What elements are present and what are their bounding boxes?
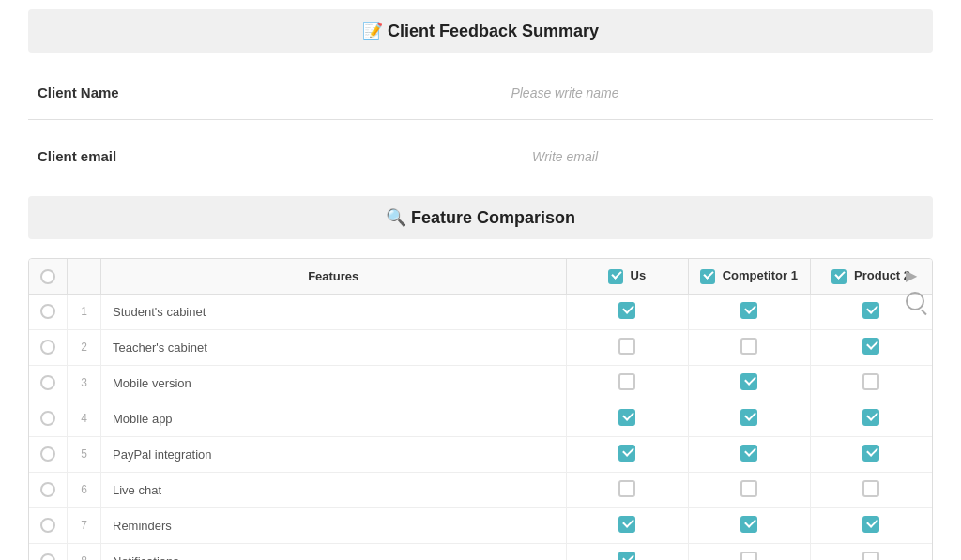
row-selector-cell[interactable] [29, 472, 68, 507]
feature-name-cell: Mobile version [101, 365, 567, 401]
expand-icon[interactable]: ▶ [906, 266, 924, 284]
checkbox-unchecked-icon[interactable] [618, 480, 635, 497]
checkbox-checked-icon[interactable] [618, 516, 635, 533]
checkbox-unchecked-icon[interactable] [618, 373, 635, 390]
header-us: Us [566, 259, 688, 294]
row-selector-icon [40, 553, 55, 560]
feature-header-text: 🔍 Feature Comparison [386, 208, 575, 227]
comp1-checkbox-cell[interactable] [688, 507, 810, 543]
checkbox-checked-icon[interactable] [740, 516, 757, 533]
checkbox-checked-icon[interactable] [862, 338, 879, 355]
prod2-checkbox-cell[interactable] [810, 543, 932, 560]
comp1-checkbox-cell[interactable] [688, 365, 810, 401]
client-name-input[interactable]: Please write name [206, 85, 923, 100]
table-row: 7Reminders [29, 507, 932, 543]
row-number: 5 [68, 436, 101, 472]
row-selector-cell[interactable] [29, 329, 68, 365]
search-icon[interactable] [906, 292, 924, 310]
checkbox-checked-icon[interactable] [862, 516, 879, 533]
checkbox-checked-icon[interactable] [618, 302, 635, 319]
row-selector-icon [40, 482, 55, 497]
table-row: 6Live chat [29, 472, 932, 507]
checkbox-checked-icon[interactable] [740, 445, 757, 462]
comp1-checkbox-cell[interactable] [688, 543, 810, 560]
checkbox-checked-icon[interactable] [618, 552, 635, 560]
checkbox-unchecked-icon[interactable] [740, 552, 757, 560]
row-number: 1 [68, 294, 101, 329]
prod2-checkbox-cell[interactable] [810, 472, 932, 507]
row-selector-cell[interactable] [29, 365, 68, 401]
checkbox-checked-icon[interactable] [618, 445, 635, 462]
checkbox-unchecked-icon[interactable] [618, 338, 635, 355]
checkbox-unchecked-icon[interactable] [862, 373, 879, 390]
header-features: Features [101, 259, 567, 294]
checkbox-unchecked-icon[interactable] [862, 480, 879, 497]
feedback-section-header: 📝 Client Feedback Summary [28, 9, 933, 53]
feature-comparison-table: Features Us Competitor 1 Product 2 [29, 259, 932, 560]
prod2-checkbox-cell[interactable] [810, 436, 932, 472]
comp1-header-checkbox[interactable] [700, 269, 715, 284]
client-email-input[interactable]: Write email [206, 149, 923, 164]
row-selector-cell[interactable] [29, 507, 68, 543]
prod2-checkbox-cell[interactable] [810, 401, 932, 436]
table-row: 4Mobile app [29, 401, 932, 436]
row-selector-cell[interactable] [29, 543, 68, 560]
feature-table-container: ▶ Features Us [28, 258, 933, 560]
checkbox-unchecked-icon[interactable] [862, 552, 879, 560]
divider-1 [28, 119, 933, 120]
us-checkbox-cell[interactable] [566, 436, 688, 472]
client-email-row: Client email Write email [28, 135, 933, 177]
prod2-checkbox-cell[interactable] [810, 365, 932, 401]
row-selector-icon [40, 411, 55, 426]
row-selector-icon [40, 446, 55, 462]
us-checkbox-cell[interactable] [566, 507, 688, 543]
feature-name-cell: Live chat [101, 472, 567, 507]
checkbox-unchecked-icon[interactable] [740, 480, 757, 497]
table-row: 3Mobile version [29, 365, 932, 401]
row-number: 6 [68, 472, 101, 507]
row-selector-icon [40, 518, 55, 533]
checkbox-checked-icon[interactable] [862, 302, 879, 319]
us-checkbox-cell[interactable] [566, 329, 688, 365]
feature-name-cell: Teacher's cabinet [101, 329, 567, 365]
table-wrapper: Features Us Competitor 1 Product 2 [29, 259, 932, 560]
us-checkbox-cell[interactable] [566, 294, 688, 329]
checkbox-checked-icon[interactable] [618, 409, 635, 426]
feature-name-cell: Notifications [101, 543, 567, 560]
checkbox-checked-icon[interactable] [740, 302, 757, 319]
comp1-checkbox-cell[interactable] [688, 472, 810, 507]
row-number: 8 [68, 543, 101, 560]
row-selector-cell[interactable] [29, 401, 68, 436]
checkbox-checked-icon[interactable] [862, 445, 879, 462]
checkbox-unchecked-icon[interactable] [740, 338, 757, 355]
us-header-checkbox[interactable] [608, 269, 623, 284]
header-competitor1: Competitor 1 [688, 259, 810, 294]
checkbox-checked-icon[interactable] [862, 409, 879, 426]
row-selector-icon [40, 340, 55, 355]
checkbox-checked-icon[interactable] [740, 409, 757, 426]
prod2-checkbox-cell[interactable] [810, 507, 932, 543]
comp1-checkbox-cell[interactable] [688, 294, 810, 329]
feedback-header-text: 📝 Client Feedback Summary [362, 22, 599, 40]
us-checkbox-cell[interactable] [566, 401, 688, 436]
client-name-label: Client Name [38, 84, 206, 100]
us-checkbox-cell[interactable] [566, 365, 688, 401]
row-selector-cell[interactable] [29, 294, 68, 329]
header-selector[interactable] [29, 259, 68, 294]
prod2-checkbox-cell[interactable] [810, 329, 932, 365]
client-email-label: Client email [38, 148, 206, 164]
table-row: 2Teacher's cabinet [29, 329, 932, 365]
row-number: 3 [68, 365, 101, 401]
feature-name-cell: Student's cabinet [101, 294, 567, 329]
prod2-header-checkbox[interactable] [831, 269, 847, 284]
checkbox-checked-icon[interactable] [740, 373, 757, 390]
us-checkbox-cell[interactable] [566, 472, 688, 507]
comp1-checkbox-cell[interactable] [688, 436, 810, 472]
row-selector-icon [40, 304, 55, 319]
comp1-checkbox-cell[interactable] [688, 329, 810, 365]
row-selector-cell[interactable] [29, 436, 68, 472]
table-header-row: Features Us Competitor 1 Product 2 [29, 259, 932, 294]
table-row: 8Notifications [29, 543, 932, 560]
us-checkbox-cell[interactable] [566, 543, 688, 560]
comp1-checkbox-cell[interactable] [688, 401, 810, 436]
